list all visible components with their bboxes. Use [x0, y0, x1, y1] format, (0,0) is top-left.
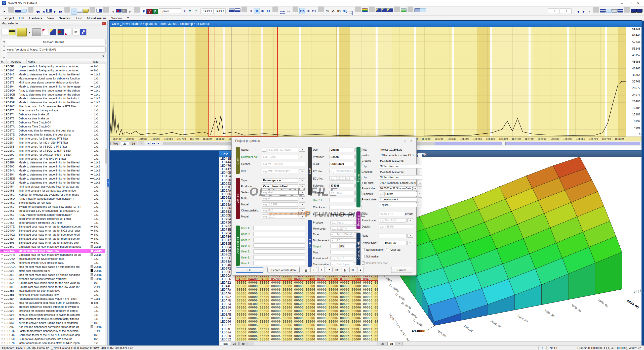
map-row[interactable]: 1ED175 Minimum gear signal value for deb…: [0, 80, 107, 84]
project-value[interactable]: Eprom: [384, 192, 417, 196]
map-row[interactable]: ✳ 1ED23E Matrix to determine the range l…: [0, 100, 107, 104]
map-row[interactable]: ✳ 1ED562 Emission map for NOx mass flow …: [0, 245, 107, 249]
map-row[interactable]: ✳ 1ED394 Matrix to determine the range l…: [0, 172, 107, 177]
field-input[interactable]: e.g. +25 PS: [379, 225, 413, 229]
field-input[interactable]: e.g. 2.0 TFSI: [262, 202, 298, 207]
project-expand-button[interactable]: ...: [418, 181, 422, 185]
nav-next-icon[interactable]: ▶: [581, 9, 586, 15]
field-input[interactable]: [330, 244, 340, 248]
map-wizard-icon[interactable]: [50, 29, 56, 35]
map-row[interactable]: ✳ 1ED3DE Matrix to determine the range l…: [0, 177, 107, 181]
field-input[interactable]: Engine: [329, 148, 355, 152]
menu-item[interactable]: Miscellaneous: [85, 16, 109, 21]
view-tab[interactable]: 2d: [121, 142, 129, 145]
add-doc-icon[interactable]: [42, 29, 49, 35]
map-row[interactable]: ✳ 1EEC1C Factor temperature-dependency o…: [0, 329, 107, 333]
map-row[interactable]: ✳ 1ED468 kd for pressure difference DT1 …: [0, 221, 107, 225]
map-row[interactable]: ✳ 1ED4C2 Simulated soot mass error rate …: [0, 233, 107, 237]
map-row[interactable]: ✳ 1EE626 dynamic part of soot emission =…: [0, 277, 107, 281]
field-input[interactable]: [329, 198, 355, 202]
window-a-icon[interactable]: [229, 8, 235, 12]
nav-prev-icon[interactable]: ◀: [575, 9, 581, 15]
field-expand-button[interactable]: >: [299, 208, 305, 212]
close-button[interactable]: ✕: [637, 2, 639, 5]
map-row[interactable]: ✳ 1ED4E4 Simulated soot mass error rate …: [0, 237, 107, 241]
history-back-icon[interactable]: ◀: [110, 9, 116, 15]
save-map-icon[interactable]: [9, 29, 16, 35]
map-row[interactable]: ✳ 1ED45C Number for exhaust gas systems …: [0, 193, 107, 197]
search-maps-icon[interactable]: [57, 29, 64, 35]
field-input[interactable]: e.g. 2010: [262, 214, 298, 219]
upload-web-icon[interactable]: ↑: [318, 267, 325, 273]
map-row[interactable]: ✳ 1ED0F8 Upper threshold fuel quantity c…: [0, 64, 107, 68]
map-row[interactable]: ✳ 1EDDCA Map for soot mass rate based on…: [0, 265, 107, 269]
org-icon[interactable]: Org: [342, 8, 348, 14]
field-input[interactable]: e.g. WES-H4900: [262, 162, 305, 166]
field-input[interactable]: empty = 10: [379, 212, 404, 216]
menu-item[interactable]: Selection: [56, 16, 74, 21]
dialog-close-button[interactable]: ✕: [410, 139, 413, 143]
field-input[interactable]: e.g. 03G906016GN: [329, 169, 355, 173]
map-row[interactable]: 1ED462 Array index for lambda sensor con…: [0, 213, 107, 217]
map-list-scrollbar[interactable]: [105, 64, 107, 345]
map-row[interactable]: 1ED45D Array index for lambda sensor con…: [0, 197, 107, 201]
read-expand-button[interactable]: >: [407, 234, 413, 238]
filter-info-icon[interactable]: i: [1, 52, 7, 56]
download-web-icon[interactable]: ↓: [310, 267, 317, 273]
map-row[interactable]: ✳ 1ED47E Simulated soot mass error rate …: [0, 225, 107, 229]
export-doc-icon[interactable]: [65, 29, 71, 35]
versions-v-icon[interactable]: V: [147, 9, 152, 14]
cursor-help-icon[interactable]: ?: [193, 8, 199, 14]
map-row[interactable]: ✳ 1ED290 filter time const. for OxiCCD_t…: [0, 153, 107, 157]
clipboard-icon[interactable]: ▤: [303, 267, 309, 273]
field-expand-button[interactable]: >: [299, 196, 305, 200]
menu-item[interactable]: Find: [74, 16, 85, 21]
3d-wizard-icon[interactable]: [381, 8, 387, 12]
window-switch-icon[interactable]: [96, 9, 102, 13]
field-expand-button[interactable]: >: [299, 184, 305, 188]
map-row[interactable]: ✳ 1EE910 Map for calculating soot mass b…: [0, 301, 107, 305]
browse-button[interactable]: ...: [262, 148, 266, 152]
map-row[interactable]: 1ED461 Input selector LSU or simulation …: [0, 209, 107, 213]
field-input[interactable]: Case _ New Holland: [262, 184, 298, 189]
keys-icon[interactable]: ⚑: [187, 8, 193, 14]
win-size-icon[interactable]: [637, 9, 642, 13]
map-row[interactable]: ✳ 1ED82E emission mass NOx mass flow 20x…: [0, 249, 107, 253]
more-icon[interactable]: >>: [334, 267, 340, 273]
project-value[interactable]: 3/23/2026 (21:02:49): [379, 170, 422, 174]
sign-icon[interactable]: +/-: [286, 8, 292, 14]
legal-icon[interactable]: §: [342, 267, 348, 273]
map-row[interactable]: ✳ 1ED270 time constant for battary volta…: [0, 108, 107, 112]
project-value[interactable]: English: [379, 203, 417, 207]
field-input[interactable]: e.g. Z19DTH: [330, 226, 360, 231]
field-input[interactable]: e.g. 0281012113: [329, 176, 355, 181]
next-map-icon[interactable]: ▶: [52, 9, 58, 15]
map-row[interactable]: ✳ 1EE8B6 Maximum limit for soot mass flo…: [0, 289, 107, 293]
filter-delta-icon[interactable]: ▲: [1, 48, 7, 52]
map-row[interactable]: ✳ 1ED280 filter time const. for Eng_nAvr…: [0, 137, 107, 141]
history-fwd-icon[interactable]: ▶: [127, 9, 133, 15]
projects-versions-maps-combo[interactable]: Projects, Versions & Maps: (Ctrl+Shift+F…: [2, 47, 106, 53]
projects-p-icon[interactable]: P: [152, 9, 158, 14]
map-row[interactable]: ✳ 1EE882 Square root calculation curve f…: [0, 285, 107, 289]
win-max-icon[interactable]: [631, 9, 637, 13]
width-32-icon[interactable]: 32: [260, 8, 266, 14]
field-input[interactable]: e.g. WAUZZZ8E35A23: [262, 169, 298, 173]
search-similar2-icon[interactable]: [122, 9, 127, 13]
view-tab[interactable]: 2d: [379, 342, 387, 345]
map-row[interactable]: ✳ 1ED1F4 Matrix to determine the range l…: [0, 97, 107, 101]
menu-item[interactable]: Hardware: [27, 16, 45, 21]
field-input[interactable]: e.g. Map Pack: [379, 218, 407, 223]
map-row[interactable]: ✳ 1EE096 static soot emission f(q,n) 20x…: [0, 269, 107, 273]
field-input[interactable]: EDC16C39: [329, 162, 355, 166]
settings-icon[interactable]: ⚙: [349, 267, 356, 273]
menu-item[interactable]: View: [45, 16, 56, 21]
field-input[interactable]: [253, 249, 305, 254]
project-window-icon[interactable]: [15, 9, 21, 13]
view-tab[interactable]: 3d: [130, 142, 138, 145]
hexdump-2d-plot[interactable]: [110, 27, 626, 137]
field-input[interactable]: [253, 243, 305, 248]
project-expand-button[interactable]: >: [418, 186, 422, 190]
field-expand-button[interactable]: >: [407, 218, 413, 222]
map-row[interactable]: ✳ 1EDD7C Minimum limit for NOx emission …: [0, 261, 107, 265]
